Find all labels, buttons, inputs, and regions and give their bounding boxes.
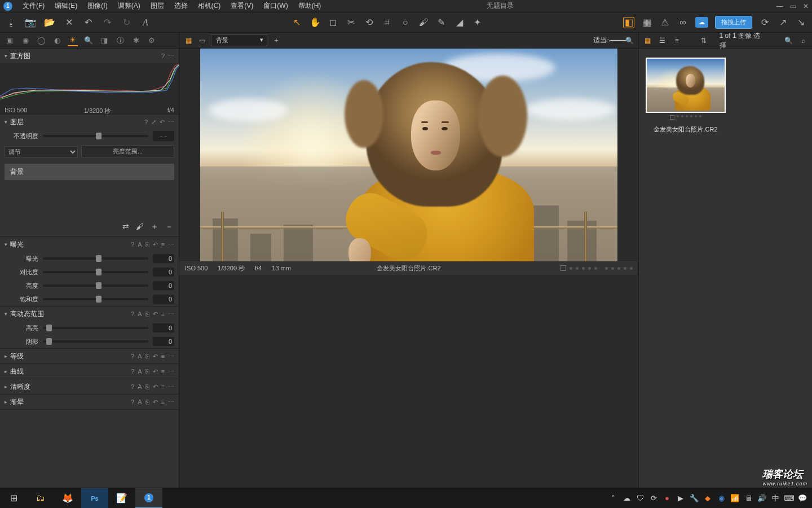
menu-adjust[interactable]: 调整(A) <box>113 0 145 12</box>
hand-icon[interactable]: ✋ <box>310 17 321 28</box>
focus-mask-icon[interactable]: ∞ <box>677 17 689 28</box>
thumbnail-item[interactable]: 金发美女阳台照片.CR2 <box>646 58 726 134</box>
auto-icon[interactable]: A <box>138 368 142 375</box>
view-single-icon[interactable]: ▭ <box>197 36 206 45</box>
cloud-share-icon[interactable]: ☁ <box>695 17 708 28</box>
tab-capture-icon[interactable]: ◉ <box>20 36 30 46</box>
exposure-slider-2[interactable]: 亮度0 <box>0 279 179 292</box>
histogram-header[interactable]: ▾ 直方图 ?⋯ <box>0 49 179 63</box>
copy-icon[interactable]: ⎘ <box>145 241 149 248</box>
brush-icon[interactable]: 🖌 <box>418 17 429 28</box>
keystone-icon[interactable]: ⌗ <box>382 17 393 28</box>
browser-search-icon[interactable]: ⌕ <box>798 36 807 45</box>
adjust-select[interactable]: 调节 <box>5 146 78 157</box>
start-button[interactable]: ⊞ <box>0 488 27 509</box>
slider-value[interactable]: 0 <box>153 281 174 290</box>
crop-icon[interactable]: ✂ <box>346 17 357 28</box>
grid-icon[interactable]: ▦ <box>641 17 652 28</box>
rating-box-icon[interactable] <box>561 265 566 271</box>
camera-icon[interactable]: 📷 <box>25 17 36 28</box>
view-grid-icon[interactable]: ▦ <box>184 36 193 45</box>
auto-icon[interactable]: A <box>138 310 142 318</box>
reset-icon[interactable]: ≡ <box>161 383 165 391</box>
swap-icon[interactable]: ⇄ <box>122 222 129 232</box>
tray-video-icon[interactable]: ▶ <box>676 494 686 502</box>
tab-exposure-icon[interactable]: ☀ <box>68 36 78 46</box>
help-icon[interactable]: ? <box>131 383 134 391</box>
gradient-icon[interactable]: ◢ <box>454 17 465 28</box>
tray-volume-icon[interactable]: 🔊 <box>757 494 767 502</box>
reset-icon[interactable]: ≡ <box>161 398 165 406</box>
auto-icon[interactable]: A <box>138 241 142 248</box>
more-icon[interactable]: ⋯ <box>168 241 174 248</box>
undo-small-icon[interactable]: ↶ <box>153 398 158 406</box>
sort-icon[interactable]: ⇅ <box>699 36 708 45</box>
tray-keyboard-icon[interactable]: ⌨ <box>784 494 794 502</box>
spot-icon[interactable]: ○ <box>400 17 411 28</box>
menu-edit[interactable]: 编辑(E) <box>50 0 82 12</box>
collapsed-header-2[interactable]: ▸清晰度?A⎘↶≡⋯ <box>0 379 179 394</box>
slider-value[interactable]: 0 <box>153 295 174 304</box>
close-icon[interactable]: ✕ <box>803 2 809 10</box>
tab-adjust-icon[interactable]: ✱ <box>131 36 141 46</box>
more-icon[interactable]: ⋯ <box>168 52 174 60</box>
redo2-icon[interactable]: ↻ <box>121 17 132 28</box>
undo-small-icon[interactable]: ↶ <box>160 119 165 126</box>
tray-bluetooth-icon[interactable]: ● <box>662 494 672 502</box>
reset-icon[interactable]: ≡ <box>161 368 165 375</box>
collapsed-header-3[interactable]: ▸渐晕?A⎘↶≡⋯ <box>0 395 179 409</box>
menu-view[interactable]: 查看(V) <box>226 0 258 12</box>
menu-window[interactable]: 窗口(W) <box>259 0 292 12</box>
annotate-icon[interactable]: ◧ <box>623 17 634 28</box>
exposure-header[interactable]: ▾ 曝光 ?A⎘↶≡⋯ <box>0 237 179 252</box>
hdr-header[interactable]: ▾ 高动态范围 ?A⎘↶≡⋯ <box>0 306 179 321</box>
tray-shield-icon[interactable]: 🛡 <box>635 494 645 502</box>
tray-up-icon[interactable]: ˄ <box>608 494 618 502</box>
auto-icon[interactable]: A <box>138 398 142 406</box>
exposure-slider-3[interactable]: 饱和度0 <box>0 292 179 306</box>
import-icon[interactable]: ⭳ <box>6 17 17 28</box>
tab-library-icon[interactable]: ▣ <box>5 36 15 46</box>
copy-icon[interactable]: ⎘ <box>145 383 149 391</box>
help-icon[interactable]: ? <box>131 241 134 248</box>
help-icon[interactable]: ? <box>131 310 134 318</box>
help-icon[interactable]: ? <box>131 398 134 406</box>
notes-app[interactable]: 📝 <box>108 488 135 509</box>
expand-icon[interactable]: ⤢ <box>151 119 156 126</box>
redo-icon[interactable]: ↷ <box>102 17 113 28</box>
undo-small-icon[interactable]: ↶ <box>153 353 158 360</box>
hdr-slider-0[interactable]: 高亮0 <box>0 321 179 335</box>
tray-cloud-icon[interactable]: ☁ <box>621 494 632 502</box>
tab-settings-icon[interactable]: ⚙ <box>147 36 157 46</box>
tray-notification-icon[interactable]: 💬 <box>797 494 807 502</box>
tab-color-icon[interactable]: ◐ <box>52 36 62 46</box>
print-icon[interactable]: ↘ <box>795 17 806 28</box>
menu-help[interactable]: 帮助(H) <box>294 0 326 12</box>
tray-tool-icon[interactable]: 🔧 <box>689 494 699 502</box>
clone-icon[interactable]: ◻ <box>328 17 339 28</box>
slider-value[interactable]: 0 <box>153 323 174 332</box>
slider-value[interactable]: 0 <box>153 254 174 263</box>
undo-small-icon[interactable]: ↶ <box>153 383 158 391</box>
copy-icon[interactable]: ⎘ <box>145 353 149 360</box>
main-image[interactable] <box>200 49 617 261</box>
text-style-icon[interactable]: A <box>140 17 151 28</box>
menu-image[interactable]: 图像(I) <box>83 0 112 12</box>
tab-lens-icon[interactable]: ◯ <box>36 36 46 46</box>
copy-icon[interactable]: ⎘ <box>145 310 149 318</box>
reset-icon[interactable]: ≡ <box>161 353 165 360</box>
add-variant-icon[interactable]: ＋ <box>272 36 281 45</box>
search-viewer-icon[interactable]: 🔍 <box>625 36 634 45</box>
help-icon[interactable]: ? <box>131 353 134 360</box>
background-layer[interactable]: 背景 <box>5 164 174 180</box>
more-icon[interactable]: ⋯ <box>168 368 174 375</box>
collapsed-header-1[interactable]: ▸曲线?A⎘↶≡⋯ <box>0 364 179 379</box>
photoshop-app[interactable]: Ps <box>81 488 108 509</box>
cancel-icon[interactable]: ✕ <box>63 17 74 28</box>
captureone-app[interactable]: 1 <box>135 488 162 509</box>
export-icon[interactable]: ↗ <box>777 17 788 28</box>
undo-small-icon[interactable]: ↶ <box>153 310 158 318</box>
tray-sync-icon[interactable]: ⟳ <box>648 494 659 502</box>
tray-app-icon[interactable]: ◆ <box>703 494 713 502</box>
brush-small-icon[interactable]: 🖌 <box>136 222 144 232</box>
